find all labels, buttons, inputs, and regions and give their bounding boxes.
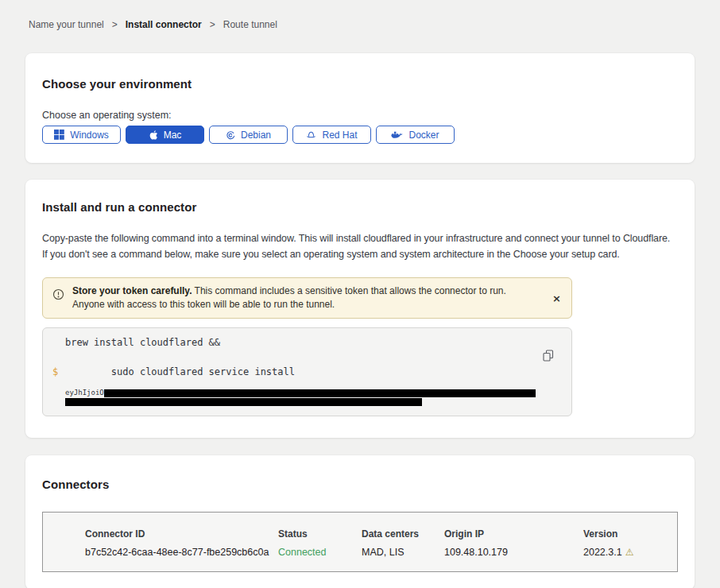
os-button-label: Windows (70, 130, 109, 141)
os-button-windows[interactable]: Windows (42, 126, 121, 144)
breadcrumb-step-name-your-tunnel[interactable]: Name your tunnel (29, 19, 104, 30)
token-prefix: eyJhIjoiO (65, 389, 104, 397)
redaction-bar (65, 398, 422, 406)
breadcrumb-separator: > (112, 19, 118, 30)
token-warning-banner: Store your token carefully. This command… (42, 277, 572, 319)
breadcrumb-step-route-tunnel[interactable]: Route tunnel (223, 19, 277, 30)
connectors-card: Connectors Connector ID Status Data cent… (25, 455, 695, 588)
connectors-card-title: Connectors (42, 478, 678, 491)
redhat-icon (306, 130, 316, 140)
install-connector-card: Install and run a connector Copy-paste t… (25, 180, 695, 438)
warning-triangle-icon: ⚠ (625, 547, 634, 558)
header-origin-ip: Origin IP (444, 528, 583, 540)
token-line: eyJhIjoiO (65, 389, 555, 397)
os-select-label: Choose an operating system: (42, 110, 678, 121)
code-line-brew: brew install cloudflared && (65, 337, 555, 348)
windows-icon (54, 130, 64, 140)
environment-card: Choose your environment Choose an operat… (25, 53, 695, 163)
os-button-label: Red Hat (322, 130, 357, 141)
debian-icon (226, 130, 235, 140)
os-button-label: Docker (408, 130, 439, 141)
origin-ip-value: 109.48.10.179 (444, 547, 583, 558)
status-badge: Connected (278, 547, 362, 558)
alert-circle-icon (52, 288, 64, 304)
header-connector-id: Connector ID (85, 528, 278, 540)
version-value: 2022.3.1⚠ (583, 547, 677, 558)
token-warning-bold: Store your token carefully. (72, 285, 192, 296)
os-button-label: Mac (164, 130, 182, 141)
os-button-debian[interactable]: Debian (209, 126, 288, 144)
data-centers-value: MAD, LIS (362, 547, 444, 558)
connector-id-value: b7c52c42-6caa-48ee-8c77-fbe259cb6c0a (85, 547, 278, 558)
table-row: b7c52c42-6caa-48ee-8c77-fbe259cb6c0a Con… (85, 547, 677, 558)
header-data-centers: Data centers (362, 528, 444, 540)
header-status: Status (278, 528, 362, 540)
token-warning-text: Store your token carefully. This command… (72, 284, 537, 311)
os-button-redhat[interactable]: Red Hat (292, 126, 371, 144)
header-version: Version (583, 528, 677, 540)
code-line-sudo-text: sudo cloudflared service install (111, 366, 295, 377)
breadcrumb: Name your tunnel > Install connector > R… (25, 0, 695, 30)
copy-icon[interactable] (541, 348, 555, 366)
docker-icon (391, 130, 403, 140)
code-line-sudo: $sudo cloudflared service install (65, 355, 555, 389)
os-button-mac[interactable]: Mac (126, 126, 204, 144)
os-button-group: Windows Mac Debian (42, 126, 678, 144)
tunnel-setup-page: Name your tunnel > Install connector > R… (0, 0, 720, 588)
version-number: 2022.3.1 (583, 547, 622, 558)
breadcrumb-separator: > (210, 19, 215, 30)
install-card-description: Copy-paste the following command into a … (42, 230, 674, 262)
connectors-table-header: Connector ID Status Data centers Origin … (85, 528, 677, 540)
redaction-bar (104, 389, 536, 397)
os-button-docker[interactable]: Docker (376, 126, 455, 144)
install-command-code-block: brew install cloudflared && $sudo cloudf… (42, 327, 572, 416)
apple-icon (149, 130, 158, 141)
install-card-title: Install and run a connector (42, 200, 678, 214)
terminal-prompt: $ (52, 366, 58, 377)
close-icon[interactable]: × (552, 293, 561, 304)
environment-card-title: Choose your environment (42, 77, 678, 91)
os-button-label: Debian (241, 130, 271, 141)
breadcrumb-step-install-connector[interactable]: Install connector (126, 19, 202, 30)
connectors-table: Connector ID Status Data centers Origin … (42, 512, 678, 572)
